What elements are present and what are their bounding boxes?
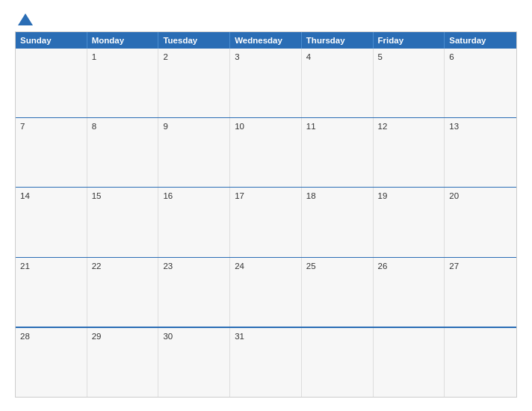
day-header-wednesday: Wednesday: [230, 32, 302, 49]
day-cell: 13: [445, 118, 516, 187]
logo: [15, 13, 33, 24]
day-cell: 27: [445, 258, 516, 327]
day-cell: 9: [158, 118, 230, 187]
day-cell: 21: [16, 258, 87, 327]
day-cell: 22: [87, 258, 159, 327]
day-number: 19: [378, 191, 440, 200]
day-cell: 23: [158, 258, 230, 327]
day-number: 25: [306, 262, 368, 271]
day-number: 21: [20, 262, 82, 271]
day-cell: 6: [445, 49, 516, 117]
day-cell: 14: [16, 188, 87, 256]
day-header-saturday: Saturday: [445, 32, 516, 49]
day-cell: 2: [158, 49, 230, 117]
day-number: 27: [449, 262, 512, 271]
day-number: 30: [163, 332, 225, 341]
day-number: 16: [163, 191, 225, 200]
day-cell: 31: [230, 328, 302, 397]
day-number: 15: [92, 191, 154, 200]
week-row-1: 78910111213: [16, 117, 516, 187]
calendar-grid: SundayMondayTuesdayWednesdayThursdayFrid…: [15, 31, 517, 398]
day-cell: 3: [230, 49, 302, 117]
day-number: 6: [449, 52, 512, 61]
day-cell: 30: [158, 328, 230, 397]
day-number: 14: [20, 191, 82, 200]
day-number: 13: [449, 122, 512, 131]
week-row-2: 14151617181920: [16, 187, 516, 256]
day-cell: [445, 328, 516, 397]
day-cell: 8: [87, 118, 159, 187]
day-number: 24: [235, 262, 297, 271]
day-number: 22: [92, 262, 154, 271]
week-row-4: 28293031: [16, 327, 516, 397]
day-cell: [302, 328, 374, 397]
day-cell: 26: [374, 258, 445, 327]
week-row-3: 21222324252627: [16, 257, 516, 327]
day-number: 3: [235, 52, 297, 61]
day-cell: 25: [302, 258, 374, 327]
day-cell: 5: [374, 49, 445, 117]
day-number: 26: [378, 262, 440, 271]
day-cell: 15: [87, 188, 159, 256]
day-number: 7: [20, 122, 82, 131]
day-cell: 17: [230, 188, 302, 256]
day-cell: 12: [374, 118, 445, 187]
header: [15, 13, 517, 24]
day-cell: 28: [16, 328, 87, 397]
day-number: 17: [235, 191, 297, 200]
day-number: 5: [378, 52, 440, 61]
day-number: 28: [20, 332, 82, 341]
day-cell: 19: [374, 188, 445, 256]
day-cell: [374, 328, 445, 397]
day-cell: 29: [87, 328, 159, 397]
day-cell: 1: [87, 49, 159, 117]
day-cell: 24: [230, 258, 302, 327]
weeks-container: 1234567891011121314151617181920212223242…: [16, 49, 516, 397]
day-cell: 18: [302, 188, 374, 256]
day-cell: 16: [158, 188, 230, 256]
day-number: 4: [306, 52, 368, 61]
day-headers-row: SundayMondayTuesdayWednesdayThursdayFrid…: [16, 32, 516, 49]
day-header-monday: Monday: [87, 32, 159, 49]
day-number: 2: [163, 52, 225, 61]
day-header-sunday: Sunday: [16, 32, 87, 49]
day-header-thursday: Thursday: [302, 32, 374, 49]
day-cell: 20: [445, 188, 516, 256]
day-header-tuesday: Tuesday: [158, 32, 230, 49]
day-number: 18: [306, 191, 368, 200]
calendar-page: SundayMondayTuesdayWednesdayThursdayFrid…: [0, 0, 532, 411]
day-cell: 10: [230, 118, 302, 187]
day-cell: 11: [302, 118, 374, 187]
day-number: 1: [92, 52, 154, 61]
day-header-friday: Friday: [374, 32, 445, 49]
day-number: 31: [235, 332, 297, 341]
day-number: 23: [163, 262, 225, 271]
day-cell: [16, 49, 87, 117]
week-row-0: 123456: [16, 49, 516, 117]
day-number: 29: [92, 332, 154, 341]
day-cell: 7: [16, 118, 87, 187]
day-number: 10: [235, 122, 297, 131]
day-number: 9: [163, 122, 225, 131]
day-number: 11: [306, 122, 368, 131]
day-number: 12: [378, 122, 440, 131]
day-number: 8: [92, 122, 154, 131]
day-number: 20: [449, 191, 512, 200]
day-cell: 4: [302, 49, 374, 117]
logo-triangle-icon: [18, 13, 33, 25]
